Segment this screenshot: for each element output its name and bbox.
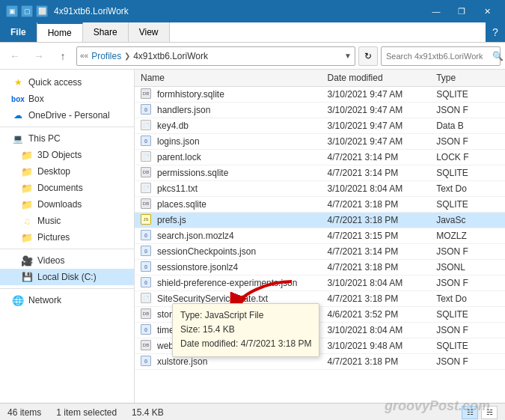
window-icon-1: ▣ [6,5,18,17]
minimize-button[interactable]: — [424,0,448,22]
tab-share[interactable]: Share [83,22,129,42]
cell-date: 3/10/2021 9:47 AM [322,87,431,103]
col-header-date[interactable]: Date modified [322,70,431,87]
maximize-button[interactable]: ❐ [450,0,474,22]
file-name: prefs.js [157,215,186,225]
file-icon: DB [141,198,153,210]
cell-name: 📄 pkcs11.txt [135,181,322,197]
title-bar-icons: ▣ ▢ ⬜ [6,5,48,17]
cell-name: DB permissions.sqlite [135,165,322,181]
tooltip-date: Date modified: 4/7/2021 3:18 PM [180,337,311,351]
cell-date: 3/10/2021 9:47 AM [322,118,431,134]
cell-extra [492,338,505,354]
sidebar-item-3dobjects[interactable]: 📁 3D Objects [0,147,134,163]
file-name: formhistory.sqlite [157,89,224,100]
videos-icon: 🎥 [21,255,33,267]
sidebar-item-quick-access[interactable]: ★ Quick access [0,74,134,91]
cell-extra [492,134,505,150]
sidebar-item-videos[interactable]: 🎥 Videos [0,252,134,269]
search-input[interactable] [386,52,489,61]
ribbon-tabs: File Home Share View ? [0,22,505,42]
cell-type: MOZLZ [430,228,492,244]
sidebar-item-music[interactable]: ♫ Music [0,213,134,229]
cell-date: 3/10/2021 8:04 AM [322,323,431,338]
cell-date: 3/10/2021 8:04 AM [322,181,431,197]
view-controls[interactable]: ☷ ☵ [462,406,498,419]
tooltip-size-label: Size: [180,324,201,335]
refresh-button[interactable]: ↻ [358,46,378,66]
table-row[interactable]: DB formhistory.sqlite 3/10/2021 9:47 AM … [135,87,505,103]
quickaccess-icon: ★ [12,76,24,88]
tab-view[interactable]: View [129,22,170,42]
file-icon: {} [141,246,153,258]
cell-name: {} search.json.mozlz4 [135,228,322,244]
file-name: search.json.mozlz4 [157,231,234,241]
address-chevron[interactable]: ▼ [344,52,352,60]
sidebar-label-documents: Documents [37,183,83,193]
address-sep-1: ❯ [124,52,130,60]
address-profiles[interactable]: Profiles [91,51,121,61]
sidebar-label-desktop: Desktop [37,166,70,177]
help-button[interactable]: ? [486,22,505,42]
view-details-button[interactable]: ☷ [462,406,478,419]
cell-date: 3/10/2021 9:47 AM [322,103,431,118]
tab-home[interactable]: Home [37,22,83,42]
cell-extra [492,354,505,370]
cell-type: JSONL [430,260,492,276]
cell-extra [492,213,505,228]
cell-type: LOCK F [430,150,492,165]
window-icon-2: ▢ [21,5,33,17]
col-header-type[interactable]: Type [430,70,492,87]
table-row[interactable]: 📄 pkcs11.txt 3/10/2021 8:04 AM Text Do [135,181,505,197]
table-row[interactable]: 📄 parent.lock 4/7/2021 3:14 PM LOCK F [135,150,505,165]
table-row[interactable]: {} shield-preference-experiments.json 3/… [135,276,505,291]
up-button[interactable]: ↑ [52,46,73,67]
cell-date: 4/7/2021 3:18 PM [322,291,431,307]
table-row[interactable]: {} search.json.mozlz4 4/7/2021 3:15 PM M… [135,228,505,244]
file-name: places.sqlite [157,199,206,210]
sidebar-item-documents[interactable]: 📁 Documents [0,180,134,196]
table-row[interactable]: DB permissions.sqlite 4/7/2021 3:14 PM S… [135,165,505,181]
search-bar[interactable]: 🔍 [381,46,501,66]
tooltip-date-value: 4/7/2021 3:18 PM [241,338,312,349]
cell-date: 3/10/2021 8:04 AM [322,276,431,291]
address-bar[interactable]: «« Profiles ❯ 4x91xtb6.LoriWork ▼ [76,46,355,66]
file-icon: 📄 [141,293,153,305]
music-icon: ♫ [21,215,33,227]
table-row[interactable]: DB places.sqlite 4/7/2021 3:18 PM SQLITE [135,197,505,213]
file-name: logins.json [157,136,200,147]
table-row[interactable]: JS prefs.js 4/7/2021 3:18 PM JavaSc [135,213,505,228]
cell-type: JSON F [430,103,492,118]
table-row[interactable]: {} logins.json 3/10/2021 9:47 AM JSON F [135,134,505,150]
file-icon: 📄 [141,120,153,132]
cell-name: JS prefs.js [135,213,322,228]
sidebar-item-network[interactable]: 🌐 Network [0,292,134,308]
view-large-icons-button[interactable]: ☵ [481,406,498,419]
file-icon: 📄 [141,183,153,195]
window-controls[interactable]: — ❐ ✕ [424,0,499,22]
forward-button[interactable]: → [28,46,49,67]
tab-file[interactable]: File [0,22,37,42]
sidebar-item-pictures[interactable]: 📁 Pictures [0,229,134,246]
status-bar: 46 items 1 item selected 15.4 KB ☷ ☵ [0,403,505,420]
table-row[interactable]: {} sessionstore.jsonlz4 4/7/2021 3:18 PM… [135,260,505,276]
sidebar-separator-1 [0,127,134,127]
col-header-name[interactable]: Name [135,70,322,87]
table-row[interactable]: 📄 key4.db 3/10/2021 9:47 AM Data B [135,118,505,134]
tooltip-size-value: 15.4 KB [203,324,235,335]
back-button[interactable]: ← [4,46,25,67]
sidebar-item-localdisk[interactable]: 💾 Local Disk (C:) [0,269,134,285]
sidebar-item-downloads[interactable]: 📁 Downloads [0,196,134,213]
cell-name: 📄 key4.db [135,118,322,134]
sidebar-item-onedrive[interactable]: ☁ OneDrive - Personal [0,107,134,124]
sidebar-item-box[interactable]: box Box [0,91,134,107]
sidebar-separator-3 [0,288,134,289]
table-row[interactable]: {} sessionCheckpoints.json 4/7/2021 3:14… [135,244,505,260]
sidebar-item-thispc[interactable]: 💻 This PC [0,130,134,147]
close-button[interactable]: ✕ [475,0,499,22]
cell-name: {} handlers.json [135,103,322,118]
sidebar-item-desktop[interactable]: 📁 Desktop [0,163,134,180]
table-row[interactable]: {} handlers.json 3/10/2021 9:47 AM JSON … [135,103,505,118]
downloads-icon: 📁 [21,198,33,210]
sidebar-label-quick-access: Quick access [28,77,82,88]
